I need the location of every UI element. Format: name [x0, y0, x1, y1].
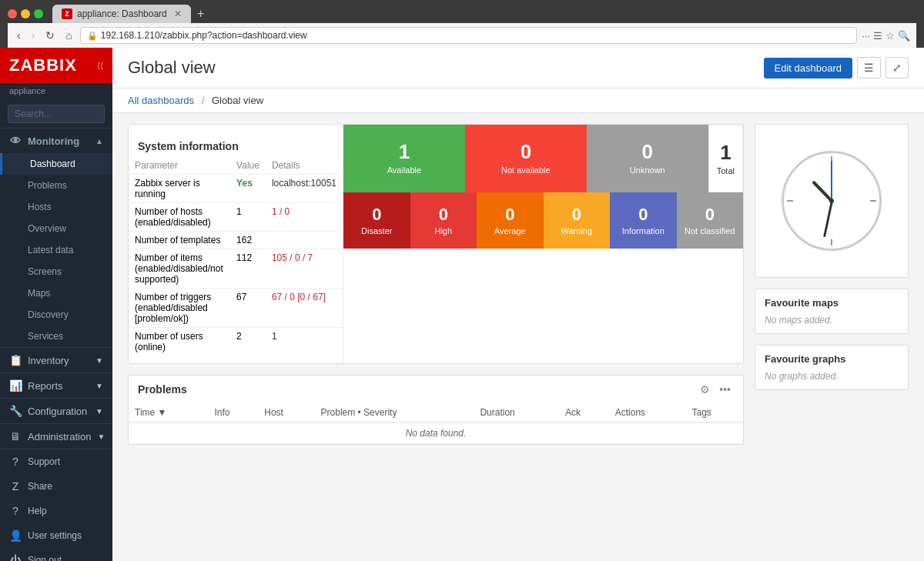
sidebar-item-hosts[interactable]: Hosts — [0, 196, 112, 218]
problems-col-header[interactable]: Tags — [685, 403, 743, 422]
severity-cell-not-classified[interactable]: 0Not classified — [677, 192, 744, 249]
minimize-traffic-light[interactable] — [21, 9, 30, 18]
configuration-chevron: ▼ — [95, 407, 103, 416]
sign-out-icon: ⏻ — [9, 554, 22, 561]
fullscreen-button[interactable]: ⤢ — [886, 57, 909, 78]
sysinfo-param: Number of hosts (enabled/disabled) — [129, 203, 230, 232]
refresh-button[interactable]: ↻ — [42, 28, 58, 43]
home-button[interactable]: ⌂ — [62, 28, 75, 43]
favourite-maps-empty: No maps added. — [765, 315, 899, 326]
sidebar-section-monitoring-header[interactable]: 👁 Monitoring ▲ — [0, 129, 112, 153]
severity-grid: 0Disaster0High0Average0Warning0Informati… — [343, 192, 743, 249]
sidebar-item-help[interactable]: ? Help — [0, 499, 112, 523]
dashboard-label: Dashboard — [30, 159, 75, 169]
severity-cell-average[interactable]: 0Average — [477, 192, 544, 249]
host-cell-not-available[interactable]: 0Not available — [465, 125, 587, 192]
problems-col-header[interactable]: Actions — [609, 403, 686, 422]
user-settings-label: User settings — [28, 530, 82, 541]
sidebar-item-discovery[interactable]: Discovery — [0, 304, 112, 326]
tab-close-button[interactable]: ✕ — [174, 8, 182, 19]
inventory-icon: 📋 — [9, 354, 22, 366]
host-cell-unknown[interactable]: 0Unknown — [587, 125, 708, 192]
sidebar-item-services[interactable]: Services — [0, 326, 112, 347]
sysinfo-param: Number of users (online) — [129, 328, 230, 356]
system-info-title: System information — [129, 132, 343, 157]
maximize-traffic-light[interactable] — [34, 9, 43, 18]
problems-actions: ⚙ ••• — [697, 382, 734, 397]
sidebar-item-share[interactable]: Z Share — [0, 474, 112, 499]
problems-settings-button[interactable]: ⚙ — [697, 382, 713, 397]
host-availability-section: 1Available0Not available0Unknown1Total 0… — [343, 125, 743, 363]
breadcrumb-all-dashboards[interactable]: All dashboards — [128, 95, 194, 106]
page-title: Global view — [128, 58, 216, 78]
sidebar-item-screens[interactable]: Screens — [0, 261, 112, 282]
problems-col-header[interactable]: Problem • Severity — [315, 403, 474, 422]
browser-nav: ‹ › ↻ ⌂ 🔒 192.168.1.210/zabbix.php?actio… — [8, 23, 916, 48]
host-cell-available[interactable]: 1Available — [343, 125, 465, 192]
edit-dashboard-button[interactable]: Edit dashboard — [764, 58, 852, 78]
search-input[interactable] — [8, 105, 105, 123]
favourite-maps-widget: Favourite maps No maps added. — [755, 289, 909, 334]
configuration-label: Configuration — [28, 406, 87, 417]
sidebar-item-dashboard[interactable]: Dashboard — [0, 153, 112, 175]
new-tab-button[interactable]: + — [197, 7, 204, 21]
sysinfo-details: localhost:10051 — [266, 175, 343, 203]
sysinfo-row: Zabbix server is running Yes localhost:1… — [129, 175, 343, 203]
sidebar-item-problems[interactable]: Problems — [0, 175, 112, 196]
sidebar-item-overview[interactable]: Overview — [0, 218, 112, 239]
share-icon: Z — [9, 480, 22, 493]
problems-col-header[interactable]: Host — [258, 403, 314, 422]
severity-cell-disaster[interactable]: 0Disaster — [343, 192, 410, 249]
sidebar-section-configuration: 🔧 Configuration ▼ — [0, 398, 112, 423]
problems-col-header[interactable]: Ack — [559, 403, 609, 422]
monitoring-icon: 👁 — [9, 135, 22, 147]
active-tab[interactable]: Z appliance: Dashboard ✕ — [52, 5, 191, 23]
back-button[interactable]: ‹ — [14, 28, 24, 43]
breadcrumb: All dashboards / Global view — [112, 88, 924, 113]
host-grid: 1Available0Not available0Unknown1Total — [343, 125, 743, 192]
problems-col-header[interactable]: Time ▼ — [129, 403, 208, 422]
host-cell-total[interactable]: 1Total — [708, 125, 743, 192]
sidebar-item-support[interactable]: ? Support — [0, 449, 112, 474]
sysinfo-details: 67 / 0 [0 / 67] — [266, 289, 343, 328]
sidebar-item-administration[interactable]: 🖥 Administration ▼ — [0, 424, 112, 449]
sidebar-item-sign-out[interactable]: ⏻ Sign out — [0, 548, 112, 561]
browser-chrome: Z appliance: Dashboard ✕ + ‹ › ↻ ⌂ 🔒 192… — [0, 0, 924, 48]
reports-label: Reports — [28, 380, 63, 392]
sidebar-item-inventory[interactable]: 📋 Inventory ▼ — [0, 348, 112, 372]
main-content: Global view Edit dashboard ☰ ⤢ All dashb… — [112, 48, 924, 561]
breadcrumb-current: Global view — [212, 95, 263, 106]
sysinfo-details: 1 / 0 — [266, 203, 343, 232]
sidebar-section-monitoring: 👁 Monitoring ▲ Dashboard Problems Hosts … — [0, 128, 112, 347]
traffic-lights — [8, 9, 43, 18]
sidebar-item-maps[interactable]: Maps — [0, 282, 112, 304]
sysinfo-value: 67 — [230, 289, 266, 328]
sidebar-item-user-settings[interactable]: 👤 User settings — [0, 523, 112, 548]
overview-label: Overview — [28, 223, 66, 234]
sysinfo-row: Number of users (online) 2 1 — [129, 328, 343, 356]
close-traffic-light[interactable] — [8, 9, 17, 18]
problems-col-header[interactable]: Info — [208, 403, 258, 422]
severity-cell-high[interactable]: 0High — [410, 192, 477, 249]
sidebar-item-reports[interactable]: 📊 Reports ▼ — [0, 373, 112, 398]
tab-favicon: Z — [62, 8, 72, 19]
sysinfo-row: Number of triggers (enabled/disabled [pr… — [129, 289, 343, 328]
sidebar-item-configuration[interactable]: 🔧 Configuration ▼ — [0, 399, 112, 423]
support-label: Support — [28, 456, 60, 467]
severity-cell-information[interactable]: 0Information — [610, 192, 677, 249]
clock-tick-9 — [787, 200, 793, 202]
list-view-button[interactable]: ☰ — [857, 57, 881, 78]
breadcrumb-separator: / — [202, 95, 205, 106]
sysinfo-param: Number of triggers (enabled/disabled [pr… — [129, 289, 230, 328]
sign-out-label: Sign out — [28, 555, 62, 561]
severity-cell-warning[interactable]: 0Warning — [544, 192, 611, 249]
sidebar-collapse-button[interactable]: ⟨⟨ — [97, 61, 103, 71]
monitoring-label: Monitoring — [28, 135, 79, 147]
inventory-chevron: ▼ — [95, 356, 103, 365]
problems-more-button[interactable]: ••• — [716, 382, 734, 397]
problems-col-header[interactable]: Duration — [474, 403, 558, 422]
sidebar-item-latest-data[interactable]: Latest data — [0, 239, 112, 261]
sysinfo-row: Number of templates 162 — [129, 232, 343, 249]
address-bar[interactable]: 🔒 192.168.1.210/zabbix.php?action=dashbo… — [80, 27, 857, 44]
forward-button[interactable]: › — [28, 28, 38, 43]
